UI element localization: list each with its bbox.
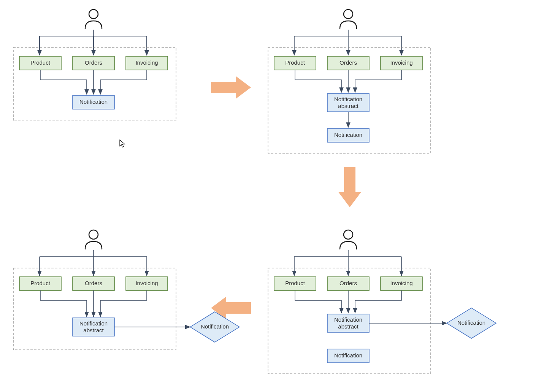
svg-point-8 [344, 230, 353, 239]
svg-text:Product: Product [285, 59, 305, 66]
diagram-canvas: Product Orders Invoicing Notification P [0, 0, 533, 392]
cursor-icon [120, 140, 125, 147]
diagram-bottom-right: Product Orders Invoicing Notification ab… [268, 230, 496, 374]
user-icon [340, 230, 357, 249]
svg-text:abstract: abstract [338, 323, 359, 330]
svg-text:Invoicing: Invoicing [390, 59, 412, 66]
user-icon [85, 10, 102, 29]
svg-point-1 [344, 10, 353, 19]
svg-text:Notification: Notification [334, 96, 362, 102]
diagram-bottom-left: Product Orders Invoicing Notification ab… [13, 230, 240, 350]
svg-text:abstract: abstract [338, 103, 359, 109]
svg-text:Notification: Notification [334, 132, 362, 138]
connector [40, 30, 147, 55]
user-icon [85, 230, 102, 249]
product-label: Product [30, 59, 51, 66]
flow-arrow-down [338, 167, 361, 207]
svg-text:Invoicing: Invoicing [135, 280, 158, 286]
svg-text:Notification: Notification [334, 352, 362, 359]
svg-text:Orders: Orders [339, 280, 357, 286]
svg-text:abstract: abstract [83, 327, 104, 333]
svg-text:Orders: Orders [339, 59, 357, 66]
svg-text:Notification: Notification [334, 316, 362, 323]
notification-label: Notification [79, 98, 108, 105]
invoicing-label: Invoicing [135, 59, 158, 66]
user-icon [340, 10, 357, 29]
svg-text:Notification: Notification [457, 319, 485, 326]
svg-text:Notification: Notification [201, 323, 229, 330]
svg-text:Product: Product [285, 280, 305, 286]
svg-point-0 [89, 10, 98, 19]
svg-text:Product: Product [30, 280, 51, 286]
flow-arrow-right-1 [211, 76, 251, 99]
diagram-top-right: Product Orders Invoicing Notification ab… [268, 10, 431, 153]
diagram-top-left: Product Orders Invoicing Notification [13, 10, 176, 121]
svg-text:Invoicing: Invoicing [390, 280, 412, 286]
orders-label: Orders [85, 59, 102, 66]
svg-point-16 [89, 230, 98, 239]
svg-text:Notification: Notification [79, 320, 108, 327]
svg-text:Orders: Orders [85, 280, 102, 286]
